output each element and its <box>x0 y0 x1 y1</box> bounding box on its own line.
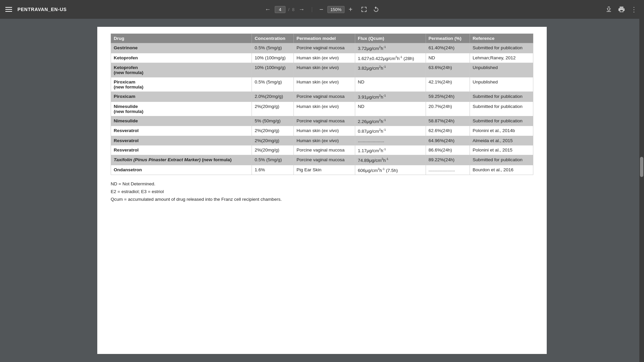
table-header-row: Drug Concentration Permeation model Flux… <box>111 34 533 43</box>
cell-flux: ..................... <box>355 136 426 145</box>
document-title: PENTRAVAN_EN-US <box>17 7 67 12</box>
cell-model: Human skin (ex vivo) <box>293 63 355 77</box>
cell-permeation: 63.6%(24h) <box>426 63 470 77</box>
cell-concentration: 10% (100mg/g) <box>252 53 294 63</box>
cell-flux: 3.72μg/cm2h-1 <box>355 43 426 53</box>
table-row: Piroxicam(new formula)0.5% (5mg/g)Human … <box>111 77 533 92</box>
cell-reference: Lehman;Raney, 2012 <box>470 53 533 63</box>
cell-flux: 2.26μg/cm2h-1 <box>355 116 426 126</box>
fit-page-button[interactable] <box>359 5 369 14</box>
page-input[interactable] <box>275 6 285 13</box>
cell-reference: Unpublished <box>470 63 533 77</box>
cell-concentration: 2%(20mg/g) <box>252 145 294 155</box>
next-page-button[interactable]: → <box>297 5 306 14</box>
table-row: Nimesulide(new formula)2%(20mg/g)Human s… <box>111 102 533 116</box>
zoom-level: 150% <box>327 6 344 13</box>
cell-model: Pig Ear Skin <box>293 165 355 175</box>
cell-reference: Submitted for publication <box>470 92 533 102</box>
cell-model: Human skin (ex vivo) <box>293 136 355 145</box>
cell-drug: Nimesulide <box>111 116 252 126</box>
table-row: Resveratrol2%(20mg/g)Human skin (ex vivo… <box>111 136 533 145</box>
cell-reference: Submitted for publication <box>470 102 533 116</box>
cell-reference: Polonini et al., 2015 <box>470 145 533 155</box>
cell-flux: ND <box>355 102 426 116</box>
cell-permeation: 61.40%(24h) <box>426 43 470 53</box>
prev-page-button[interactable]: ← <box>263 5 272 14</box>
col-header-model: Permeation model <box>293 34 355 43</box>
cell-model: Porcine vaginal mucosa <box>293 155 355 165</box>
col-header-flux: Flux (Qcum) <box>355 34 426 43</box>
cell-reference: Polonini et al., 2014b <box>470 126 533 136</box>
cell-drug: Resveratrol <box>111 126 252 136</box>
cell-drug: Piroxicam(new formula) <box>111 77 252 92</box>
cell-drug: Resveratrol <box>111 136 252 145</box>
table-row: Ketoprofen10% (100mg/g)Human skin (ex vi… <box>111 53 533 63</box>
cell-reference: Almeida et al., 2015 <box>470 136 533 145</box>
table-row: Ketoprofen(new formula)10% (100mg/g)Huma… <box>111 63 533 77</box>
cell-model: Human skin (ex vivo) <box>293 126 355 136</box>
main-content: Drug Concentration Permeation model Flux… <box>0 19 644 362</box>
cell-reference: Unpublished <box>470 77 533 92</box>
cell-concentration: 2%(20mg/g) <box>252 126 294 136</box>
zoom-out-button[interactable]: − <box>318 4 325 15</box>
table-row: Nimesulide5% (50mg/g)Porcine vaginal muc… <box>111 116 533 126</box>
cell-model: Porcine vaginal mucosa <box>293 92 355 102</box>
table-row: Resveratrol2%(20mg/g)Porcine vaginal muc… <box>111 145 533 155</box>
cell-flux: 1.17μg/cm2h-1 <box>355 145 426 155</box>
footnote-qcum: Qcum = accumulated amount of drug releas… <box>111 196 533 203</box>
scroll-thumb[interactable] <box>640 157 643 177</box>
cell-flux: 606μg/cm2h-1 (7.5h) <box>355 165 426 175</box>
cell-drug: Ketoprofen <box>111 53 252 63</box>
cell-concentration: 2.0%(20mg/g) <box>252 92 294 102</box>
cell-drug: Nimesulide(new formula) <box>111 102 252 116</box>
cell-drug: Piroxicam <box>111 92 252 102</box>
cell-flux: 0.87μg/cm2h-1 <box>355 126 426 136</box>
cell-flux: 74.89μg/cm2h-1 <box>355 155 426 165</box>
toolbar: PENTRAVAN_EN-US ← / 8 → | − 150% + ⋮ <box>0 0 644 19</box>
download-button[interactable] <box>604 4 614 14</box>
pdf-page: Drug Concentration Permeation model Flux… <box>97 27 547 354</box>
footnote-e2: E2 = estradiol; E3 = estriol <box>111 188 533 196</box>
print-button[interactable] <box>616 4 627 14</box>
col-header-permeation: Permeation (%) <box>426 34 470 43</box>
cell-model: Porcine vaginal mucosa <box>293 145 355 155</box>
cell-model: Porcine vaginal mucosa <box>293 43 355 53</box>
cell-permeation: 58.87%(24h) <box>426 116 470 126</box>
cell-drug: Ondansetron <box>111 165 252 175</box>
cell-permeation: 20.7%(24h) <box>426 102 470 116</box>
more-options-button[interactable]: ⋮ <box>629 4 639 15</box>
cell-model: Human skin (ex vivo) <box>293 102 355 116</box>
data-table: Drug Concentration Permeation model Flux… <box>111 34 533 175</box>
cell-concentration: 0.5% (5mg/g) <box>252 77 294 92</box>
cell-reference: Submitted for publication <box>470 116 533 126</box>
cell-drug: Gestrinone <box>111 43 252 53</box>
menu-icon[interactable] <box>5 7 12 12</box>
cell-drug: Resveratrol <box>111 145 252 155</box>
cell-permeation: 42.1%(24h) <box>426 77 470 92</box>
cell-model: Human skin (ex vivo) <box>293 53 355 63</box>
cell-permeation: 86.6%(24h) <box>426 145 470 155</box>
cell-flux: ND <box>355 77 426 92</box>
cell-reference: Bourdon et al., 2016 <box>470 165 533 175</box>
toolbar-center: ← / 8 → | − 150% + <box>263 4 381 15</box>
table-row: Gestrinone0.5% (5mg/g)Porcine vaginal mu… <box>111 43 533 53</box>
toolbar-right: ⋮ <box>604 4 639 15</box>
cell-concentration: 1.6% <box>252 165 294 175</box>
zoom-in-button[interactable]: + <box>347 4 354 15</box>
cell-permeation: 62.6%(24h) <box>426 126 470 136</box>
cell-drug: Ketoprofen(new formula) <box>111 63 252 77</box>
scrollbar[interactable] <box>639 19 644 362</box>
cell-drug: Taxifolin (Pinus Pinaster Extract Marker… <box>111 155 252 165</box>
page-total: 8 <box>292 7 294 12</box>
rotate-button[interactable] <box>371 5 381 14</box>
table-row: Ondansetron1.6%Pig Ear Skin606μg/cm2h-1 … <box>111 165 533 175</box>
footnote-nd: ND = Not Determined. <box>111 180 533 188</box>
cell-concentration: 10% (100mg/g) <box>252 63 294 77</box>
page-sep: / <box>288 7 289 12</box>
cell-concentration: 2%(20mg/g) <box>252 102 294 116</box>
col-header-drug: Drug <box>111 34 252 43</box>
cell-concentration: 2%(20mg/g) <box>252 136 294 145</box>
cell-concentration: 0.5% (5mg/g) <box>252 155 294 165</box>
cell-flux: 1.627±0.422μg/cm2h-1 (28h) <box>355 53 426 63</box>
cell-reference: Submitted for publication <box>470 43 533 53</box>
